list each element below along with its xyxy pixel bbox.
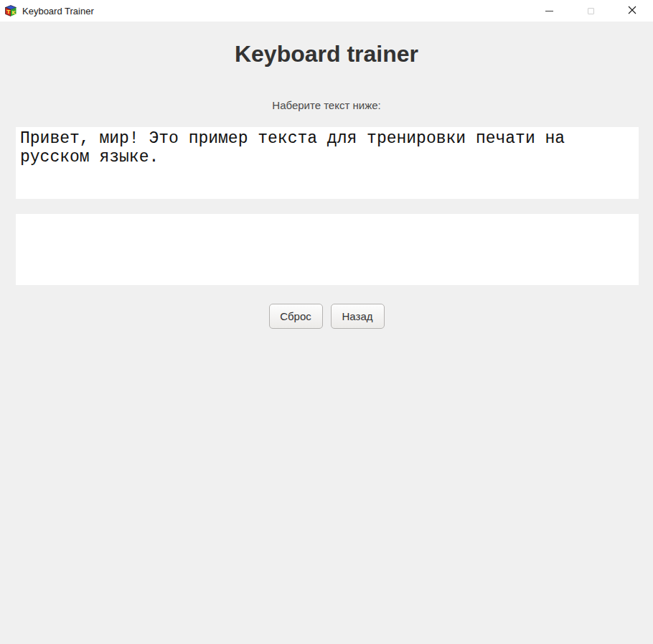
app-window: T K Keyboard Trainer Keyboard bbox=[0, 0, 653, 644]
titlebar: T K Keyboard Trainer bbox=[0, 0, 653, 22]
reset-button[interactable]: Сброс bbox=[269, 304, 323, 329]
window-controls bbox=[528, 0, 653, 22]
maximize-button bbox=[570, 0, 611, 22]
svg-text:T: T bbox=[6, 9, 10, 15]
page-title: Keyboard trainer bbox=[0, 41, 653, 67]
button-row: Сброс Назад bbox=[0, 304, 653, 329]
minimize-icon bbox=[545, 11, 553, 11]
window-title: Keyboard Trainer bbox=[21, 6, 94, 17]
sample-text-display: Привет, мир! Это пример текста для трени… bbox=[16, 127, 639, 199]
tk-cube-icon: T K bbox=[5, 5, 17, 17]
main-content: Keyboard trainer Наберите текст ниже: Пр… bbox=[0, 22, 653, 644]
svg-text:K: K bbox=[11, 10, 16, 16]
back-button[interactable]: Назад bbox=[331, 304, 385, 329]
titlebar-left: T K Keyboard Trainer bbox=[0, 5, 528, 17]
close-button[interactable] bbox=[611, 0, 653, 22]
close-icon bbox=[628, 4, 636, 17]
typing-input[interactable] bbox=[16, 214, 639, 285]
maximize-icon bbox=[588, 8, 594, 14]
minimize-button[interactable] bbox=[528, 0, 570, 22]
instruction-label: Наберите текст ниже: bbox=[0, 98, 653, 113]
